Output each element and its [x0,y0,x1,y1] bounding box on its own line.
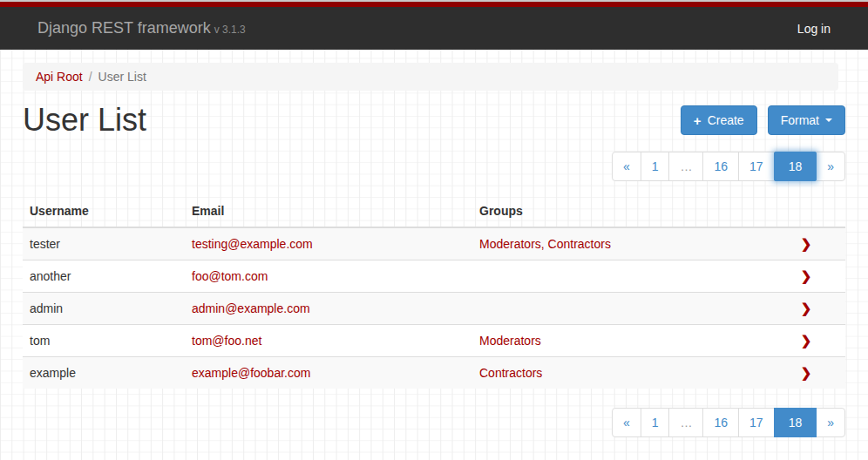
breadcrumb-separator: / [89,70,92,84]
row-detail-chevron-icon[interactable]: ❯ [801,365,812,380]
detail-cell: ❯ [767,357,845,389]
email-cell: example@foobar.com [185,357,472,389]
heading-row: User List + Create Format [23,101,845,139]
toolbar: + Create Format [681,105,845,135]
navbar: Django REST frameworkv 3.1.3 Log in [0,7,868,50]
pagination-next[interactable]: » [816,152,845,181]
plus-icon: + [694,114,702,127]
groups-cell [472,293,767,325]
pagination-prev[interactable]: « [612,408,641,437]
breadcrumb-current: User List [98,70,146,84]
pagination-page-16[interactable]: 16 [702,408,739,437]
pagination-page-18-active[interactable]: 18 [774,152,817,181]
create-button-label: Create [708,113,744,127]
page-title: User List [23,101,146,139]
breadcrumb-api-root-link[interactable]: Api Root [36,70,83,84]
row-detail-chevron-icon[interactable]: ❯ [801,268,812,283]
groups-link[interactable]: Moderators, Contractors [479,237,611,251]
column-header-username: Username [23,195,185,227]
groups-link[interactable]: Contractors [479,366,542,380]
detail-cell: ❯ [767,227,845,260]
detail-cell: ❯ [767,293,845,325]
pagination-page-17[interactable]: 17 [738,152,775,181]
pagination-page-16[interactable]: 16 [702,152,739,181]
groups-link[interactable]: Moderators [479,334,541,348]
pagination-top: « 1 … 16 17 18 » [612,152,845,181]
breadcrumb: Api Root/User List [23,63,838,91]
brand-version: v 3.1.3 [214,24,246,36]
create-button[interactable]: + Create [681,105,757,135]
email-link[interactable]: tom@foo.net [192,334,261,348]
login-button[interactable]: Log in [797,22,831,36]
username-cell: another [23,260,185,293]
username-cell: admin [23,293,185,325]
row-detail-chevron-icon[interactable]: ❯ [801,236,812,251]
pagination-row-bottom: « 1 … 16 17 18 » [23,408,845,437]
user-table: Username Email Groups tester testing@exa… [23,195,845,389]
format-button-label: Format [781,113,819,127]
email-cell: tom@foo.net [185,325,472,357]
column-header-detail [767,195,845,227]
table-row: example example@foobar.com Contractors ❯ [23,357,845,389]
pagination-row-top: « 1 … 16 17 18 » [23,152,845,181]
email-cell: testing@example.com [185,227,472,260]
pagination-next[interactable]: » [816,408,845,437]
table-header-row: Username Email Groups [23,195,845,227]
brand-title: Django REST framework [37,19,211,37]
main-container: Api Root/User List User List + Create Fo… [23,63,845,437]
pagination-page-17[interactable]: 17 [738,408,775,437]
table-row: tester testing@example.com Moderators, C… [23,227,845,260]
caret-down-icon [825,118,832,122]
table-row: another foo@tom.com ❯ [23,260,845,293]
email-cell: admin@example.com [185,293,472,325]
groups-cell [472,260,767,293]
email-link[interactable]: foo@tom.com [192,269,268,283]
email-link[interactable]: testing@example.com [192,237,313,251]
column-header-email: Email [185,195,472,227]
detail-cell: ❯ [767,260,845,293]
username-cell: tester [23,227,185,260]
detail-cell: ❯ [767,325,845,357]
groups-cell: Moderators [472,325,767,357]
groups-cell: Contractors [472,357,767,389]
pagination-ellipsis: … [668,152,703,181]
table-row: admin admin@example.com ❯ [23,293,845,325]
email-link[interactable]: example@foobar.com [192,366,310,380]
username-cell: tom [23,325,185,357]
username-cell: example [23,357,185,389]
column-header-groups: Groups [472,195,767,227]
table-row: tom tom@foo.net Moderators ❯ [23,325,845,357]
row-detail-chevron-icon[interactable]: ❯ [801,301,812,315]
pagination-page-1[interactable]: 1 [641,152,670,181]
email-link[interactable]: admin@example.com [192,301,310,315]
pagination-page-1[interactable]: 1 [641,408,670,437]
email-cell: foo@tom.com [185,260,472,293]
format-dropdown-button[interactable]: Format [768,105,845,135]
pagination-ellipsis: … [668,408,703,437]
pagination-prev[interactable]: « [612,152,641,181]
row-detail-chevron-icon[interactable]: ❯ [801,333,812,348]
pagination-page-18-active[interactable]: 18 [774,408,817,437]
pagination-bottom: « 1 … 16 17 18 » [612,408,845,437]
groups-cell: Moderators, Contractors [472,227,767,260]
navbar-brand-link[interactable]: Django REST frameworkv 3.1.3 [37,19,246,37]
